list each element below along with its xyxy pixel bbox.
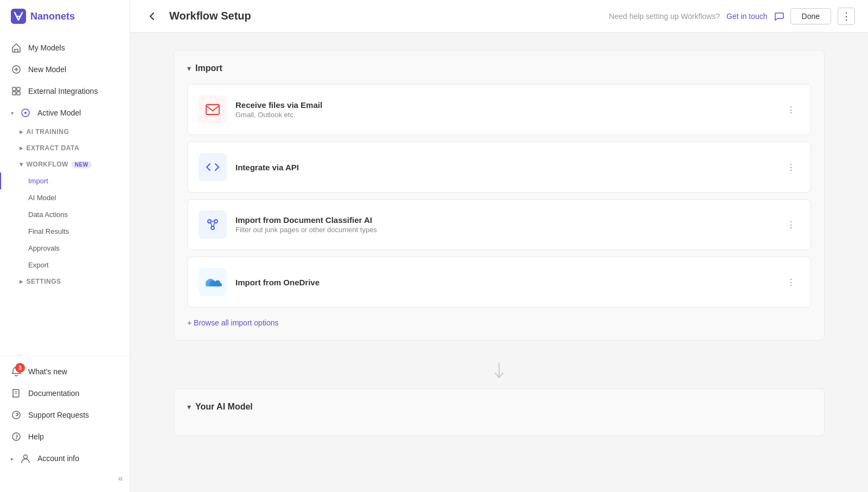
sidebar-item-account-info[interactable]: ▸ Account info <box>0 448 130 469</box>
label-ai-training: AI TRAINING <box>27 128 69 136</box>
page-title: Workflow Setup <box>169 10 601 22</box>
chevron-settings: ▸ <box>20 278 23 285</box>
subnav-item-export[interactable]: Export <box>0 257 130 273</box>
svg-point-7 <box>24 112 27 114</box>
active-model-chevron: ▾ <box>11 110 14 116</box>
classifier-more-button[interactable]: ⋮ <box>782 216 800 233</box>
subnav-item-approvals[interactable]: Approvals <box>0 240 130 257</box>
onedrive-integration-icon <box>199 268 227 296</box>
svg-point-11 <box>24 455 28 459</box>
subnav-item-data-actions[interactable]: Data Actions <box>0 206 130 223</box>
sidebar-label-new-model: New Model <box>28 65 66 74</box>
api-integration-info: Integrate via API <box>235 163 774 172</box>
topbar-actions: Need help setting up Workflows? Get in t… <box>609 8 855 25</box>
home-icon <box>11 42 22 53</box>
back-arrow-icon <box>146 11 157 22</box>
email-integration-info: Receive files via Email Gmail, Outlook e… <box>235 100 774 119</box>
sidebar-item-active-model[interactable]: ▾ Active Model <box>0 102 130 124</box>
sidebar-bottom: 3 What's new Documentation Support Reque… <box>0 356 130 492</box>
sidebar-collapse-button[interactable]: « <box>0 469 130 488</box>
classifier-icon <box>204 216 221 233</box>
sidebar-item-support-requests[interactable]: Support Requests <box>0 404 130 426</box>
onedrive-more-button[interactable]: ⋮ <box>782 273 800 291</box>
nanonets-logo-icon <box>11 9 26 24</box>
get-in-touch-link[interactable]: Get in touch <box>726 12 768 21</box>
sidebar-item-external-integrations[interactable]: External Integrations <box>0 80 130 102</box>
main-content: Workflow Setup Need help setting up Work… <box>130 0 868 492</box>
classifier-integration-info: Import from Document Classifier AI Filte… <box>235 215 774 234</box>
chevron-ai-training: ▸ <box>20 128 23 136</box>
import-chevron[interactable]: ▾ <box>187 64 191 73</box>
label-settings: SETTINGS <box>27 278 61 285</box>
sidebar-item-help[interactable]: Help <box>0 426 130 448</box>
sidebar-item-documentation[interactable]: Documentation <box>0 382 130 404</box>
ai-model-section: ▾ Your AI Model <box>174 388 825 436</box>
classifier-integration-icon <box>199 210 227 239</box>
api-integration-title: Integrate via API <box>235 163 774 172</box>
brand-name: Nanonets <box>30 11 75 22</box>
label-workflow: WORKFLOW <box>27 161 68 168</box>
sidebar-label-my-models: My Models <box>28 43 65 52</box>
api-more-button[interactable]: ⋮ <box>782 158 800 176</box>
classifier-integration-subtitle: Filter out junk pages or other document … <box>235 226 774 234</box>
sidebar-label-active-model: Active Model <box>37 108 81 117</box>
browse-all-link[interactable]: + Browse all import options <box>187 318 811 327</box>
svg-point-10 <box>12 433 20 440</box>
label-whats-new: What's new <box>28 367 67 376</box>
sidebar-item-my-models[interactable]: My Models <box>0 37 130 59</box>
onedrive-icon <box>203 274 222 290</box>
flow-arrow-down <box>174 354 825 388</box>
logo[interactable]: Nanonets <box>0 0 130 33</box>
subnav-header-settings[interactable]: ▸ SETTINGS <box>0 273 130 290</box>
svg-point-14 <box>214 220 218 223</box>
user-icon <box>20 453 31 464</box>
email-integration-subtitle: Gmail, Outlook etc. <box>235 111 774 119</box>
subnav-item-ai-model[interactable]: AI Model <box>0 189 130 206</box>
label-extract-data: EXTRACT DATA <box>27 144 80 152</box>
subnav-item-final-results[interactable]: Final Results <box>0 223 130 240</box>
email-more-button[interactable]: ⋮ <box>782 101 800 118</box>
back-button[interactable] <box>143 8 161 25</box>
page-content: ▾ Import Receive files via Email Gmail, … <box>130 33 868 492</box>
import-section-header: ▾ Import <box>187 63 811 73</box>
svg-rect-3 <box>17 87 20 91</box>
svg-rect-2 <box>12 87 16 91</box>
down-arrow-icon <box>493 362 506 380</box>
ai-model-section-header: ▾ Your AI Model <box>187 402 811 412</box>
notification-badge: 3 <box>15 363 25 373</box>
subnav-header-ai-training[interactable]: ▸ AI TRAINING <box>0 124 130 140</box>
ai-model-chevron[interactable]: ▾ <box>187 402 191 411</box>
integration-card-classifier: Import from Document Classifier AI Filte… <box>187 199 811 250</box>
sidebar-item-new-model[interactable]: New Model <box>0 59 130 80</box>
plus-circle-icon <box>11 64 22 75</box>
more-options-button[interactable]: ⋮ <box>838 8 855 25</box>
book-icon <box>11 388 22 399</box>
label-account-info: Account info <box>37 454 79 463</box>
classifier-integration-title: Import from Document Classifier AI <box>235 215 774 225</box>
api-integration-icon <box>199 153 227 181</box>
sidebar: Nanonets My Models New Model <box>0 0 130 492</box>
workflow-subnav: Import AI Model Data Actions Final Resul… <box>0 172 130 273</box>
chevron-extract-data: ▸ <box>20 144 23 152</box>
onedrive-integration-title: Import from OneDrive <box>235 278 774 287</box>
code-icon <box>204 158 221 176</box>
import-section: ▾ Import Receive files via Email Gmail, … <box>174 50 825 341</box>
sidebar-label-external-integrations: External Integrations <box>28 87 98 95</box>
ai-model-section-title: Your AI Model <box>195 402 253 412</box>
integration-card-onedrive: Import from OneDrive ⋮ <box>187 257 811 308</box>
grid-icon <box>11 86 22 97</box>
done-button[interactable]: Done <box>790 8 831 24</box>
svg-point-13 <box>208 220 211 223</box>
svg-rect-5 <box>17 92 20 95</box>
topbar: Workflow Setup Need help setting up Work… <box>130 0 868 33</box>
onedrive-integration-info: Import from OneDrive <box>235 278 774 287</box>
sidebar-item-whats-new[interactable]: 3 What's new <box>0 361 130 382</box>
svg-point-9 <box>16 417 17 417</box>
subnav-header-workflow[interactable]: ▾ WORKFLOW NEW <box>0 156 130 172</box>
email-integration-icon <box>199 95 227 124</box>
subnav-header-extract-data[interactable]: ▸ EXTRACT DATA <box>0 140 130 156</box>
subnav-item-import[interactable]: Import <box>0 172 130 189</box>
sidebar-navigation: My Models New Model External Integration… <box>0 33 130 356</box>
label-support-requests: Support Requests <box>28 411 89 419</box>
workflow-new-badge: NEW <box>72 161 92 168</box>
